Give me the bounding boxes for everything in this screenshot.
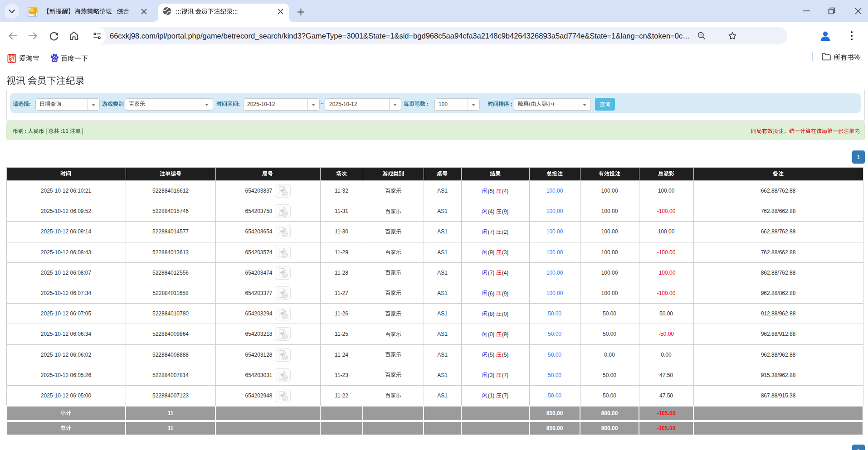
svg-text:du: du (53, 58, 56, 61)
